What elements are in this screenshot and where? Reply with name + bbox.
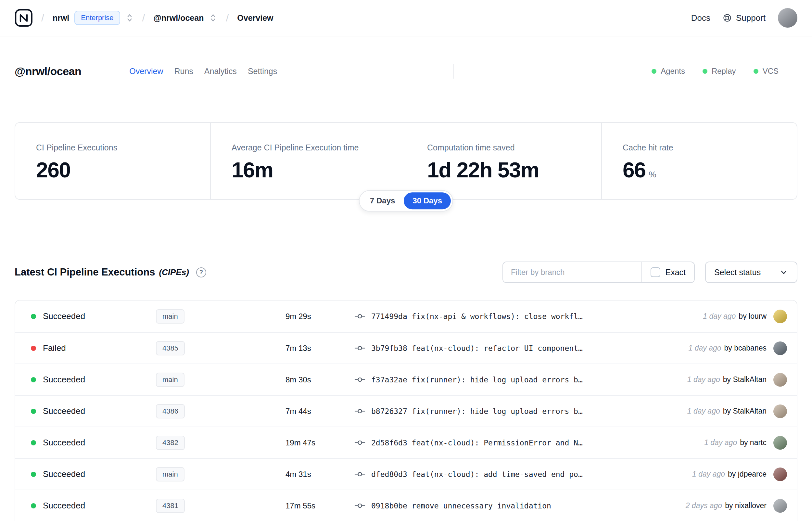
chevron-up-down-icon bbox=[210, 13, 217, 23]
meta-cell: 1 day ago by jdpearce bbox=[692, 467, 797, 481]
stat-value-row: 66 % bbox=[623, 158, 790, 182]
git-commit-icon bbox=[354, 344, 365, 352]
status-select-button[interactable]: Select status bbox=[705, 261, 797, 283]
cipes-header: Latest CI Pipeline Executions (CIPEs) ? … bbox=[15, 261, 797, 283]
git-commit-icon bbox=[354, 470, 365, 478]
table-row[interactable]: Failed 4385 7m 13s 3b79fb38 feat(nx-clou… bbox=[15, 332, 797, 363]
tab-runs[interactable]: Runs bbox=[174, 66, 193, 76]
branch-filter-input[interactable] bbox=[503, 262, 642, 282]
commit-message[interactable]: b8726327 fix(runner): hide log upload er… bbox=[371, 407, 583, 416]
author-avatar bbox=[773, 436, 787, 450]
git-commit-icon bbox=[354, 313, 365, 320]
branch-badge[interactable]: 4386 bbox=[156, 404, 185, 418]
date-range-toggle: 7 Days30 Days bbox=[359, 190, 453, 211]
author-avatar bbox=[773, 373, 787, 387]
workspace-tabs: OverviewRunsAnalyticsSettings bbox=[129, 66, 277, 76]
meta-cell: 1 day ago by StalkAltan bbox=[687, 373, 797, 387]
commit-cell: 0918b0be remove unnecessary invalidation bbox=[354, 501, 686, 510]
tab-analytics[interactable]: Analytics bbox=[204, 66, 237, 76]
commit-message[interactable]: 771499da fix(nx-api & workflows): close … bbox=[371, 312, 583, 321]
stat-value-row: 1d 22h 53m bbox=[427, 158, 595, 182]
range-option-30-days[interactable]: 30 Days bbox=[404, 192, 451, 209]
stat-value-row: 16m bbox=[232, 158, 399, 182]
status-cell: Succeeded bbox=[31, 406, 156, 416]
stat-value: 1d 22h 53m bbox=[427, 158, 539, 182]
timestamp: 1 day ago bbox=[687, 407, 720, 416]
status-dot-icon bbox=[31, 314, 36, 319]
duration: 17m 55s bbox=[286, 501, 354, 510]
commit-message[interactable]: 0918b0be remove unnecessary invalidation bbox=[371, 501, 551, 510]
breadcrumb-workspace[interactable]: @nrwl/ocean bbox=[153, 13, 204, 23]
commit-message[interactable]: dfed80d3 feat(nx-cloud): add time-saved … bbox=[371, 470, 583, 479]
table-row[interactable]: Succeeded main 9m 29s 771499da fix(nx-ap… bbox=[15, 300, 797, 332]
indicator-label: VCS bbox=[763, 66, 779, 76]
commit-cell: dfed80d3 feat(nx-cloud): add time-saved … bbox=[354, 470, 692, 479]
nx-cloud-logo[interactable] bbox=[15, 9, 33, 27]
status-dot-icon bbox=[31, 440, 36, 446]
support-link[interactable]: Support bbox=[723, 13, 766, 23]
range-option-7-days[interactable]: 7 Days bbox=[361, 192, 404, 209]
status-text: Succeeded bbox=[43, 406, 85, 416]
status-text: Succeeded bbox=[43, 375, 85, 385]
workspace-crumb-group: @nrwl/ocean bbox=[153, 12, 217, 24]
timestamp: 1 day ago bbox=[689, 344, 721, 352]
table-row[interactable]: Succeeded 4381 17m 55s 0918b0be remove u… bbox=[15, 490, 797, 521]
green-dot-icon bbox=[753, 69, 759, 74]
cipe-table: Succeeded main 9m 29s 771499da fix(nx-ap… bbox=[15, 300, 797, 521]
status-text: Succeeded bbox=[43, 469, 85, 479]
status-dot-icon bbox=[31, 377, 36, 382]
author: by StalkAltan bbox=[723, 407, 767, 416]
timestamp: 1 day ago bbox=[692, 470, 725, 479]
chevron-down-icon bbox=[779, 268, 788, 277]
branch-cell: 4382 bbox=[156, 436, 286, 450]
org-switcher-button[interactable] bbox=[125, 12, 134, 24]
indicator-label: Replay bbox=[711, 66, 736, 76]
help-icon[interactable]: ? bbox=[196, 267, 206, 278]
author: by lourw bbox=[739, 312, 767, 321]
page-title: @nrwl/ocean bbox=[15, 65, 81, 78]
author-avatar bbox=[773, 467, 787, 481]
stat-card-average-ci-pipeline-execution-time: Average CI Pipeline Execution time 16m bbox=[210, 123, 406, 199]
commit-message[interactable]: 3b79fb38 feat(nx-cloud): refactor UI com… bbox=[371, 344, 583, 352]
branch-badge[interactable]: 4385 bbox=[156, 341, 185, 356]
table-row[interactable]: Succeeded main 8m 30s f37a32ae fix(runne… bbox=[15, 363, 797, 395]
exact-toggle[interactable]: Exact bbox=[642, 262, 694, 282]
status-cell: Succeeded bbox=[31, 469, 156, 479]
author: by StalkAltan bbox=[723, 375, 767, 384]
user-avatar[interactable] bbox=[778, 8, 797, 28]
branch-cell: 4385 bbox=[156, 341, 286, 356]
tab-overview[interactable]: Overview bbox=[129, 66, 163, 76]
branch-badge[interactable]: main bbox=[156, 467, 184, 481]
branch-badge[interactable]: 4381 bbox=[156, 499, 185, 513]
author-avatar bbox=[773, 499, 787, 513]
stat-label: Average CI Pipeline Execution time bbox=[232, 143, 399, 152]
commit-cell: 2d58f6d3 feat(nx-cloud): PermissionError… bbox=[354, 439, 704, 447]
exact-checkbox[interactable] bbox=[650, 267, 660, 277]
status-text: Failed bbox=[43, 343, 66, 353]
branch-badge[interactable]: 4382 bbox=[156, 436, 185, 450]
duration: 7m 44s bbox=[286, 407, 354, 416]
meta-cell: 1 day ago by bcabanes bbox=[689, 342, 797, 355]
workspace-switcher-button[interactable] bbox=[209, 12, 217, 24]
table-row[interactable]: Succeeded main 4m 31s dfed80d3 feat(nx-c… bbox=[15, 458, 797, 490]
breadcrumb-page: Overview bbox=[237, 13, 273, 23]
table-row[interactable]: Succeeded 4382 19m 47s 2d58f6d3 feat(nx-… bbox=[15, 426, 797, 458]
git-commit-icon bbox=[354, 502, 365, 509]
table-row[interactable]: Succeeded 4386 7m 44s b8726327 fix(runne… bbox=[15, 395, 797, 426]
stat-value-row: 260 bbox=[36, 158, 204, 182]
stat-value: 16m bbox=[232, 158, 273, 182]
branch-badge[interactable]: main bbox=[156, 309, 184, 324]
stat-label: CI Pipeline Executions bbox=[36, 143, 204, 152]
breadcrumb: / nrwl Enterprise / @nrwl/ocean / Overvi… bbox=[15, 9, 274, 27]
commit-message[interactable]: 2d58f6d3 feat(nx-cloud): PermissionError… bbox=[371, 439, 583, 447]
stat-value: 260 bbox=[36, 158, 71, 182]
branch-badge[interactable]: main bbox=[156, 373, 184, 387]
duration: 8m 30s bbox=[286, 375, 354, 384]
commit-message[interactable]: f37a32ae fix(runner): hide log upload er… bbox=[371, 376, 583, 384]
cipes-title-group: Latest CI Pipeline Executions (CIPEs) ? bbox=[15, 266, 206, 278]
meta-cell: 1 day ago by StalkAltan bbox=[687, 404, 797, 418]
tab-settings[interactable]: Settings bbox=[248, 66, 277, 76]
docs-link[interactable]: Docs bbox=[691, 13, 710, 23]
duration: 9m 29s bbox=[286, 312, 354, 321]
breadcrumb-org[interactable]: nrwl bbox=[52, 13, 69, 23]
